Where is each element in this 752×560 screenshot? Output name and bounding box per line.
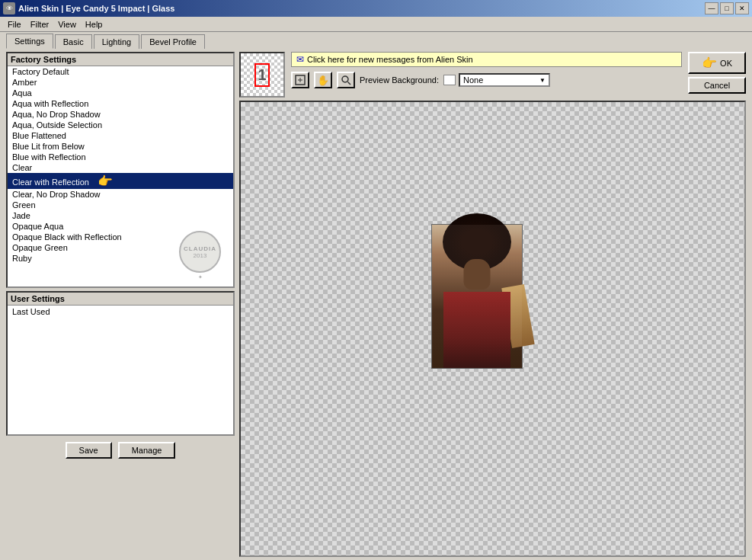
zoom-button[interactable] (337, 72, 355, 88)
list-item[interactable]: Aqua, No Drop Shadow (8, 109, 233, 120)
right-buttons: 👉 OK Cancel (688, 52, 746, 94)
list-item[interactable]: Blue Flattened (8, 130, 233, 141)
preview-bg-dropdown[interactable]: None ▼ (459, 73, 550, 87)
list-item[interactable]: Aqua with Reflection (8, 98, 233, 109)
list-item[interactable]: Amber (8, 77, 233, 88)
color-swatch (443, 75, 456, 85)
tab-row: Settings Basic Lighting Bevel Profile (0, 34, 752, 49)
list-item[interactable]: Aqua, Outside Selection (8, 120, 233, 130)
list-item[interactable]: Factory Default (8, 66, 233, 77)
list-item[interactable]: Clear, No Drop Shadow (8, 189, 233, 200)
user-settings-list: Last Used (8, 306, 233, 318)
list-item[interactable]: Aqua (8, 88, 233, 98)
factory-settings-header: Factory Settings (8, 53, 233, 66)
thumb-red-border: 1 (254, 63, 269, 87)
svg-line-4 (348, 82, 351, 85)
right-top-middle: ✉ Click here for new messages from Alien… (291, 52, 682, 90)
list-item-selected[interactable]: Clear with Reflection 👉 (8, 173, 233, 189)
watermark: CLAUDIA 2013 ✦ (179, 231, 221, 280)
tab-lighting[interactable]: Lighting (94, 34, 140, 49)
preview-thumbnail: 1 (239, 52, 285, 98)
right-panel: 1 ✉ Click here for new messages from Ali… (239, 52, 746, 557)
message-text: Click here for new messages from Alien S… (307, 55, 473, 64)
manage-button[interactable]: Manage (118, 442, 176, 459)
main-content: Factory Settings Factory Default Amber A… (0, 49, 752, 560)
menu-help[interactable]: Help (81, 19, 107, 30)
message-bar[interactable]: ✉ Click here for new messages from Alien… (291, 52, 682, 67)
preview-background-label: Preview Background: (360, 75, 439, 85)
preview-canvas (239, 101, 746, 557)
user-settings-header: User Settings (8, 293, 233, 306)
title-bar: 👁 Alien Skin | Eye Candy 5 Impact | Glas… (0, 0, 752, 17)
user-settings-last-used[interactable]: Last Used (8, 306, 233, 318)
ok-icon: 👉 (702, 56, 717, 70)
close-button[interactable]: ✕ (735, 2, 749, 14)
pan-button[interactable]: ✋ (314, 72, 332, 88)
maximize-button[interactable]: □ (720, 2, 734, 14)
save-button[interactable]: Save (66, 442, 112, 459)
menu-view[interactable]: View (53, 19, 81, 30)
list-item[interactable]: Clear (8, 162, 233, 173)
preview-bg-select: None ▼ (443, 73, 550, 87)
list-item[interactable]: Blue Lit from Below (8, 141, 233, 152)
list-item[interactable]: Opaque Aqua (8, 221, 233, 232)
svg-point-3 (342, 76, 348, 82)
title-bar-text: Alien Skin | Eye Candy 5 Impact | Glass (18, 4, 174, 13)
menu-bar: File Filter View Help (0, 17, 752, 32)
factory-settings-container: Factory Settings Factory Default Amber A… (6, 52, 235, 288)
mail-icon: ✉ (296, 54, 304, 65)
ok-button[interactable]: 👉 OK (688, 52, 746, 74)
cancel-button[interactable]: Cancel (688, 77, 746, 94)
tab-settings[interactable]: Settings (6, 34, 53, 49)
list-item[interactable]: Green (8, 200, 233, 210)
left-buttons: Save Manage (6, 439, 235, 462)
list-item[interactable]: Jade (8, 210, 233, 221)
preview-photo (431, 224, 523, 369)
minimize-button[interactable]: — (705, 2, 718, 14)
title-bar-controls: — □ ✕ (705, 2, 749, 14)
zoom-fit-button[interactable] (291, 72, 309, 88)
menu-filter[interactable]: Filter (26, 19, 53, 30)
user-settings-container: User Settings Last Used (6, 291, 235, 436)
menu-file[interactable]: File (3, 19, 26, 30)
preview-controls: ✋ Preview Background: None ▼ (291, 70, 682, 90)
right-top: 1 ✉ Click here for new messages from Ali… (239, 52, 746, 98)
left-panel: Factory Settings Factory Default Amber A… (6, 52, 235, 557)
app-icon: 👁 (3, 2, 15, 14)
main-dialog: Settings Basic Lighting Bevel Profile Fa… (0, 32, 752, 560)
tab-basic[interactable]: Basic (55, 34, 92, 49)
list-item[interactable]: Blue with Reflection (8, 152, 233, 162)
tab-bevel-profile[interactable]: Bevel Profile (141, 34, 205, 49)
